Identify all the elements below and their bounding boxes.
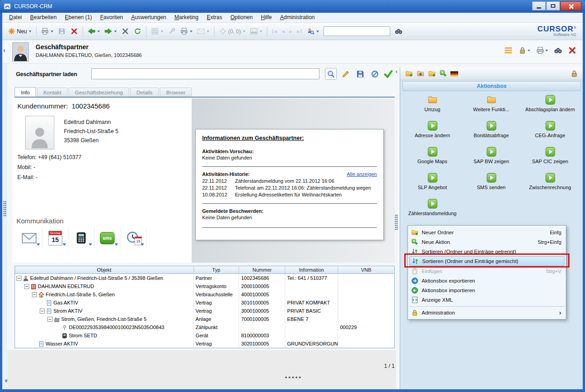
dataset-button[interactable] (149, 26, 165, 36)
table-row[interactable]: Friedrich-List-Straße 5, GießenVerbrauch… (15, 290, 394, 299)
action-umzug[interactable]: Umzug (403, 93, 462, 119)
image-button[interactable] (248, 26, 264, 36)
context-menu-item-neue-aktion[interactable]: Neue AktionStrg+Einfg (409, 237, 564, 247)
new-button[interactable]: Neu (6, 26, 33, 36)
context-menu-item-aktionsbox-importieren[interactable]: Aktionsbox importieren (409, 285, 564, 295)
menu-item-optionen[interactable]: Optionen (226, 13, 257, 22)
nav-next-button[interactable]: ▶ (287, 28, 294, 35)
cancel-edit-button[interactable] (369, 68, 381, 80)
new-folder-icon[interactable] (405, 70, 413, 77)
action-adresse-ndern[interactable]: Adresse ändern (403, 119, 462, 145)
action-z-hlerstandsmeldung[interactable]: Zählerstandsmeldung (403, 197, 462, 223)
context-menu-item-anzeige-xml[interactable]: Anzeige XML (409, 295, 564, 304)
header-close-button[interactable] (568, 46, 576, 54)
table-row[interactable]: Strom SETDGerät8100000003 (15, 331, 394, 340)
column-header-nummer[interactable]: Nummer (239, 266, 285, 273)
search-button[interactable] (325, 68, 337, 80)
column-header-typ[interactable]: Typ (194, 266, 240, 273)
language-flag-icon[interactable] (450, 71, 458, 77)
context-menu-item-neuer-ordner[interactable]: Neuer OrdnerEinfg (409, 227, 564, 237)
add-action-icon[interactable] (439, 70, 448, 77)
close-button[interactable] (560, 1, 581, 10)
nav-prev-button[interactable]: ◀ (280, 28, 287, 35)
folder-up-icon[interactable] (416, 70, 425, 77)
action-weitere-funkti[interactable]: Weitere Funkti... (462, 93, 521, 119)
lock-button[interactable] (518, 46, 530, 54)
tab-browser[interactable]: Browser (160, 88, 192, 97)
add-folder-icon[interactable] (428, 70, 436, 77)
collapse-bottom-icon[interactable]: « (2, 379, 9, 382)
menu-item-bearbeiten[interactable]: Bearbeiten (26, 13, 61, 22)
column-header-objekt[interactable]: Objekt (15, 266, 194, 273)
refresh-button[interactable] (132, 26, 143, 36)
action-sap-bw-zeigen[interactable]: SAP BW zeigen (462, 145, 521, 171)
tab-details[interactable]: Details (130, 88, 159, 97)
tab-gesch-ftsbeziehung[interactable]: Geschäftsbeziehung (68, 88, 129, 97)
menu-item-extras[interactable]: Extras (203, 13, 226, 22)
tab-kontakt[interactable]: Kontakt (37, 88, 68, 97)
save-button[interactable] (56, 26, 68, 36)
tab-info[interactable]: Info (15, 87, 36, 97)
minimize-button[interactable] (532, 1, 546, 10)
header-find-button[interactable] (554, 46, 562, 54)
position-button[interactable]: (0, 0) (217, 26, 247, 36)
table-row[interactable]: Wasser AKTIVVertrag3020100005GRUNDVERSOR… (15, 340, 394, 348)
phone-tile[interactable] (68, 227, 94, 249)
email-tile[interactable] (16, 227, 42, 249)
menu-item-ebenen-1[interactable]: Ebenen (1) (61, 13, 96, 22)
action-sap-cic-zeigen[interactable]: SAP CIC zeigen (521, 145, 580, 171)
close-record-button[interactable] (120, 26, 131, 36)
edit-button[interactable] (340, 68, 351, 80)
action-bonit-tsabfrage[interactable]: Bonitätsabfrage (462, 119, 521, 145)
action-slp-angebot[interactable]: SLP Angebot (403, 171, 462, 197)
action-google-maps[interactable]: Google Maps (403, 145, 462, 171)
action-ceg-anfrage[interactable]: CEG-Anfrage (521, 119, 580, 145)
tools-button[interactable] (166, 26, 178, 36)
action-abschlagsplan-ndern[interactable]: Abschlagsplan ändern (521, 93, 580, 119)
menu-item-auswertungen[interactable]: Auswertungen (127, 13, 171, 22)
find-button[interactable] (393, 26, 404, 36)
person-search-button[interactable] (305, 26, 321, 36)
sms-tile[interactable]: sms (94, 227, 120, 249)
mail-button[interactable] (195, 26, 211, 36)
menu-item-datei[interactable]: Datei (5, 13, 26, 22)
aktionsbox-lock-icon[interactable] (570, 70, 579, 77)
column-header-information[interactable]: Information (285, 266, 338, 273)
appointment-tile[interactable]: 15 (120, 227, 146, 249)
menu-item-administration[interactable]: Administration (276, 13, 319, 22)
nav-last-button[interactable]: ▶ (295, 28, 304, 35)
print-button[interactable] (39, 26, 55, 36)
table-row[interactable]: Strom AKTIVVertrag3000100005PRIVAT BASIC (15, 307, 394, 315)
forward-button[interactable] (103, 26, 119, 36)
save-record-button[interactable] (354, 68, 366, 80)
column-header-vnb[interactable]: VNB (338, 266, 394, 273)
calendar-tile[interactable]: Sonntag15 (42, 227, 68, 249)
context-menu-item-administration[interactable]: Administration› (409, 306, 564, 317)
alle-anzeigen-link[interactable]: Alle anzeigen (347, 171, 377, 177)
table-row[interactable]: Strom, Gießen, Friedrich-List-Straße 5An… (15, 315, 394, 323)
right-pane-collapse-icon[interactable]: ‹ (396, 68, 397, 75)
menu-item-marketing[interactable]: Marketing (170, 13, 203, 22)
delete-button[interactable] (68, 26, 80, 36)
menu-item-favoriten[interactable]: Favoriten (96, 13, 127, 22)
action-zwischenrechnung[interactable]: Zwischenrechnung (521, 171, 580, 197)
collapse-left-icon[interactable]: ‹ (3, 46, 5, 54)
print-view-button[interactable] (178, 26, 194, 36)
table-row[interactable]: DE000229353984000100023N5035O0843Zählpun… (15, 323, 394, 331)
nav-first-button[interactable]: ◀ (270, 28, 279, 35)
confirm-button[interactable] (382, 68, 394, 80)
table-row[interactable]: Edeltrud Dahlmann / Friedrich-List-Straß… (15, 274, 394, 282)
menu-item-hilfe[interactable]: Hilfe (257, 13, 276, 22)
header-print-button[interactable] (536, 46, 548, 54)
menu-burger-icon[interactable] (504, 46, 512, 54)
bottom-splitter-handle[interactable] (284, 376, 302, 379)
context-menu-item-aktionsbox-exportieren[interactable]: Aktionsbox exportieren (409, 276, 564, 285)
partner-load-input[interactable] (91, 68, 319, 79)
maximize-button[interactable] (546, 1, 560, 10)
table-row[interactable]: DAHLMANN EDELTRUDVertragskonto2000100005 (15, 282, 394, 290)
table-row[interactable]: Gas AKTIVVertrag3010100005PRIVAT KOMPAKT (15, 299, 394, 307)
pane-splitter-handle[interactable] (395, 214, 398, 231)
toolbar-search-input[interactable] (324, 26, 390, 36)
action-sms-senden[interactable]: SMS senden (462, 171, 521, 197)
left-splitter-handle[interactable] (3, 201, 6, 217)
